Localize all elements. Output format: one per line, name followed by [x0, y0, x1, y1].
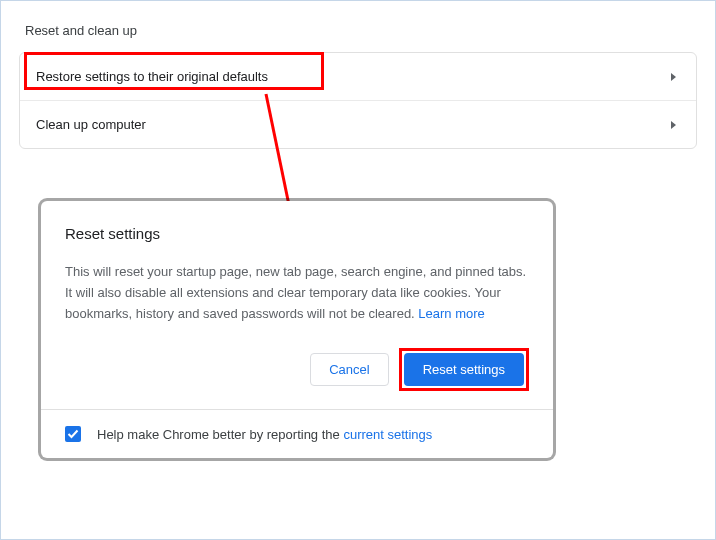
- chevron-right-icon: [671, 73, 676, 81]
- cleanup-computer-label: Clean up computer: [36, 117, 671, 132]
- report-checkbox[interactable]: [65, 426, 81, 442]
- check-icon: [67, 428, 79, 440]
- cleanup-computer-row[interactable]: Clean up computer: [20, 100, 696, 148]
- dialog-body: This will reset your startup page, new t…: [65, 262, 529, 324]
- section-title: Reset and clean up: [1, 1, 715, 38]
- restore-defaults-row[interactable]: Restore settings to their original defau…: [20, 53, 696, 100]
- reset-settings-button[interactable]: Reset settings: [404, 353, 524, 386]
- footer-text: Help make Chrome better by reporting the: [97, 427, 343, 442]
- chevron-right-icon: [671, 121, 676, 129]
- dialog-footer: Help make Chrome better by reporting the…: [41, 409, 553, 458]
- reset-settings-dialog: Reset settings This will reset your star…: [41, 201, 553, 458]
- settings-card: Restore settings to their original defau…: [19, 52, 697, 149]
- dialog-title: Reset settings: [65, 225, 529, 242]
- footer-label: Help make Chrome better by reporting the…: [97, 427, 432, 442]
- dialog-actions: Cancel Reset settings: [65, 348, 529, 409]
- restore-defaults-label: Restore settings to their original defau…: [36, 69, 671, 84]
- current-settings-link[interactable]: current settings: [343, 427, 432, 442]
- learn-more-link[interactable]: Learn more: [418, 306, 484, 321]
- cancel-button[interactable]: Cancel: [310, 353, 388, 386]
- annotation-highlight-button: Reset settings: [399, 348, 529, 391]
